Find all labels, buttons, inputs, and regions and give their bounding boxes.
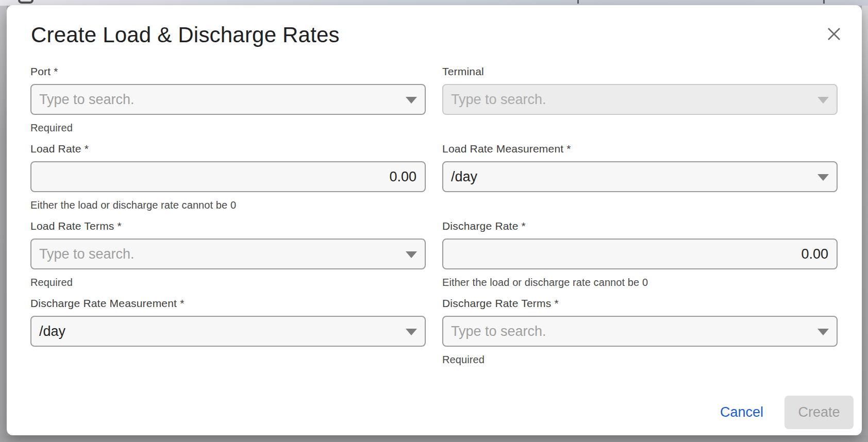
load-rate-terms-helper-text: Required — [30, 276, 426, 288]
background-fragment — [823, 0, 825, 4]
discharge-rate-input[interactable] — [442, 239, 838, 269]
modal-backdrop — [0, 6, 7, 442]
load-rate-field-group: Load Rate * Either the load or discharge… — [30, 142, 426, 211]
load-rate-measurement-field-group: Load Rate Measurement * /day — [442, 142, 838, 192]
discharge-rate-helper-text: Either the load or discharge rate cannot… — [442, 276, 838, 288]
load-rate-helper-text: Either the load or discharge rate cannot… — [30, 199, 426, 211]
close-button[interactable] — [824, 24, 844, 44]
load-rate-input[interactable] — [30, 161, 426, 192]
cancel-button[interactable]: Cancel — [713, 399, 771, 426]
port-helper-text: Required — [30, 122, 426, 134]
discharge-rate-terms-combobox[interactable] — [442, 316, 838, 347]
modal-backdrop — [862, 6, 868, 442]
port-label: Port * — [30, 65, 426, 78]
close-icon — [826, 26, 842, 42]
load-rate-measurement-select[interactable]: /day — [442, 161, 838, 192]
modal-backdrop — [0, 435, 868, 442]
background-clipped-icon — [18, 0, 34, 4]
discharge-rate-terms-label: Discharge Rate Terms * — [442, 297, 838, 310]
chevron-down-icon[interactable] — [406, 329, 417, 335]
chevron-down-icon[interactable] — [817, 329, 829, 335]
dialog-actions: Cancel Create — [713, 396, 854, 429]
discharge-rate-measurement-field-group: Discharge Rate Measurement * /day — [30, 297, 426, 347]
create-button[interactable]: Create — [784, 396, 854, 429]
discharge-rate-label: Discharge Rate * — [442, 219, 838, 233]
load-rate-terms-combobox[interactable] — [30, 239, 426, 269]
discharge-rate-measurement-select[interactable]: /day — [30, 316, 426, 347]
terminal-combobox — [442, 84, 838, 115]
dialog-title: Create Load & Discharge Rates — [31, 22, 340, 48]
discharge-rate-control[interactable] — [442, 239, 838, 269]
chevron-down-icon[interactable] — [406, 97, 417, 104]
load-rate-measurement-value[interactable]: /day — [442, 161, 838, 192]
discharge-rate-measurement-value[interactable]: /day — [30, 316, 426, 347]
port-input[interactable] — [30, 84, 426, 115]
discharge-rate-measurement-label: Discharge Rate Measurement * — [30, 297, 426, 310]
create-load-discharge-rates-dialog: Create Load & Discharge Rates Port * Req… — [7, 5, 862, 435]
chevron-down-icon[interactable] — [406, 251, 417, 258]
discharge-rate-terms-input[interactable] — [442, 316, 838, 347]
load-rate-terms-input[interactable] — [30, 239, 426, 269]
discharge-rate-field-group: Discharge Rate * Either the load or disc… — [442, 219, 838, 288]
background-fragment — [577, 0, 579, 4]
load-rate-control[interactable] — [30, 161, 426, 192]
port-combobox[interactable] — [30, 84, 426, 115]
discharge-rate-terms-helper-text: Required — [442, 353, 838, 366]
terminal-input — [442, 84, 838, 115]
load-rate-label: Load Rate * — [30, 142, 426, 156]
load-rate-measurement-label: Load Rate Measurement * — [442, 142, 838, 156]
port-field-group: Port * Required — [30, 65, 426, 134]
discharge-rate-terms-field-group: Discharge Rate Terms * Required — [442, 297, 838, 366]
load-rate-terms-field-group: Load Rate Terms * Required — [30, 219, 426, 288]
terminal-field-group: Terminal — [442, 65, 838, 115]
chevron-down-icon[interactable] — [817, 174, 829, 181]
chevron-down-icon — [817, 97, 829, 104]
load-rate-terms-label: Load Rate Terms * — [30, 219, 426, 233]
terminal-label: Terminal — [442, 65, 838, 78]
